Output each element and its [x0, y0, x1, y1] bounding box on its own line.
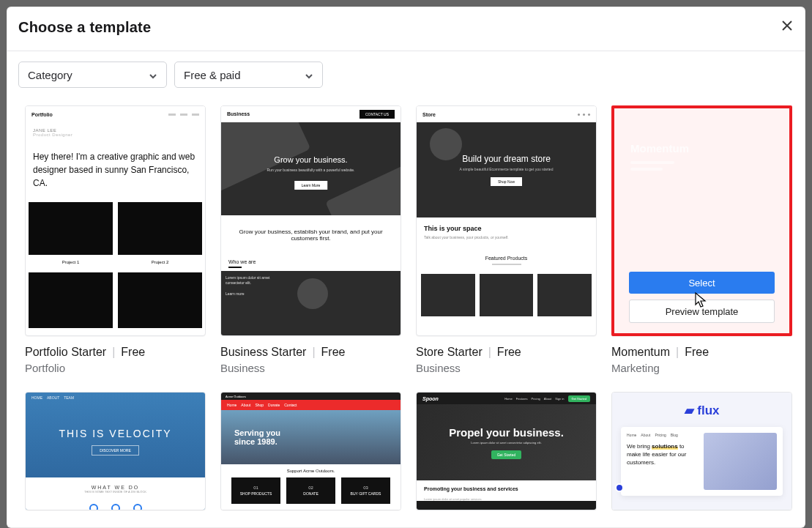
template-price: Free — [121, 346, 145, 359]
template-thumbnail: Portfolio JANE LEEProduct Designer Hey t… — [25, 105, 206, 336]
thumb-brand: Business — [227, 111, 250, 116]
thumb-brand: Portfolio — [31, 112, 53, 117]
template-card-store-starter[interactable]: Store Build your dream store A simple be… — [416, 105, 597, 374]
template-card-spoon[interactable]: SpoonHomeFeaturesPricingAboutSign inGet … — [416, 392, 597, 510]
template-chooser-modal: Choose a template Category Free & paid — [7, 7, 805, 528]
template-price: Free — [685, 346, 709, 359]
template-category: Portfolio — [25, 362, 206, 374]
template-card-portfolio-starter[interactable]: Portfolio JANE LEEProduct Designer Hey t… — [25, 105, 206, 374]
template-grid: Portfolio JANE LEEProduct Designer Hey t… — [25, 105, 787, 510]
template-price: Free — [497, 346, 521, 359]
thumb-smalltext: JANE LEEProduct Designer — [33, 128, 198, 137]
template-price: Free — [321, 346, 346, 359]
thumb-hero-text: Hey there! I'm a creative graphic and we… — [26, 137, 205, 197]
template-card-acme[interactable]: Acme Outdoors HomeAboutShopDonateContact… — [220, 392, 401, 510]
template-card-velocity[interactable]: HOMEABOUTTEAM THIS IS VELOCITY DISCOVER … — [25, 392, 206, 510]
template-name: Portfolio Starter — [25, 346, 106, 359]
template-category: Business — [416, 362, 597, 374]
modal-title: Choose a template — [18, 19, 794, 36]
template-category: Marketing — [611, 362, 792, 374]
template-category: Business — [220, 362, 401, 374]
category-dropdown[interactable]: Category — [18, 62, 167, 88]
filter-toolbar: Category Free & paid — [7, 51, 805, 88]
template-thumbnail: Acme Outdoors HomeAboutShopDonateContact… — [220, 392, 401, 510]
close-icon — [782, 21, 792, 33]
template-name: Store Starter — [416, 346, 483, 359]
template-name: Business Starter — [220, 346, 306, 359]
select-template-button[interactable]: Select — [629, 272, 775, 294]
close-button[interactable] — [777, 16, 797, 37]
chevron-down-icon — [149, 70, 157, 79]
template-thumbnail: Momentum Select Preview template — [611, 105, 792, 336]
thumb-title: Momentum — [630, 142, 689, 155]
price-dropdown[interactable]: Free & paid — [174, 62, 323, 88]
price-dropdown-label: Free & paid — [184, 69, 241, 81]
category-dropdown-label: Category — [28, 69, 72, 81]
template-card-momentum[interactable]: Momentum Select Preview template — [611, 105, 792, 374]
template-name: Momentum — [611, 346, 670, 359]
template-thumbnail: HOMEABOUTTEAM THIS IS VELOCITY DISCOVER … — [25, 392, 206, 510]
template-thumbnail: SpoonHomeFeaturesPricingAboutSign inGet … — [416, 392, 597, 510]
template-card-flux[interactable]: ▰ flux HomeAboutPricingBlog We bring sol… — [611, 392, 792, 510]
template-thumbnail: ▰ flux HomeAboutPricingBlog We bring sol… — [611, 392, 792, 510]
thumb-brand: Store — [422, 112, 436, 117]
template-thumbnail: BusinessCONTACT US Grow your business. R… — [220, 105, 401, 336]
template-thumbnail: Store Build your dream store A simple be… — [416, 105, 597, 336]
template-card-business-starter[interactable]: BusinessCONTACT US Grow your business. R… — [220, 105, 401, 374]
cursor-icon — [693, 291, 708, 309]
chevron-down-icon — [305, 70, 313, 79]
